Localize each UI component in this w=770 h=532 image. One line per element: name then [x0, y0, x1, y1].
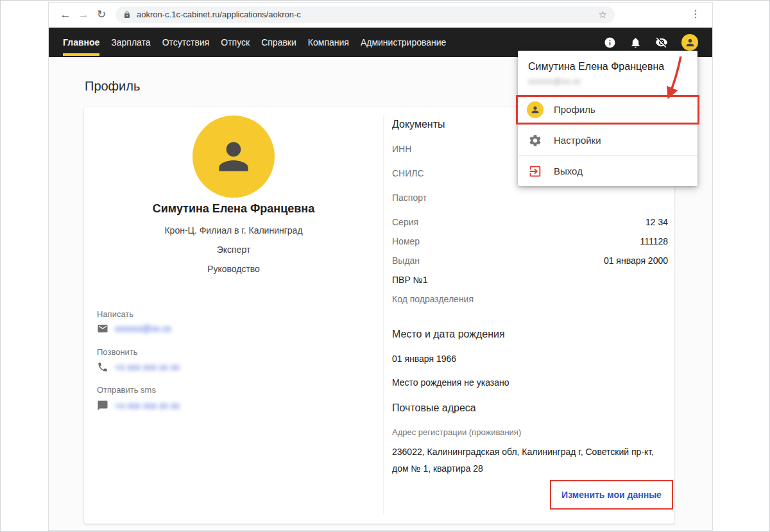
write-label: Написать	[97, 309, 133, 319]
addresses-title: Почтовые адреса	[392, 402, 668, 414]
registration-address-label: Адрес регистрации (проживания)	[392, 427, 668, 437]
sms-link[interactable]: +x xxx xxx xx xx	[115, 400, 180, 411]
employee-name: Симутина Елена Францевна	[84, 202, 383, 216]
sms-label: Отправить sms	[97, 385, 156, 395]
lock-icon	[123, 11, 131, 19]
division-code-label: Код подразделения	[392, 294, 668, 304]
nav-item-otsutstviya[interactable]: Отсутствия	[162, 28, 210, 57]
browser-toolbar: ← → ↻ aokron-c.1c-cabinet.ru/application…	[49, 3, 712, 26]
email-contact-row: xxxxxx@xx.xx	[97, 323, 171, 334]
menu-item-settings[interactable]: Настройки	[518, 124, 697, 155]
screenshot-root: ← → ↻ aokron-c.1c-cabinet.ru/application…	[0, 0, 770, 532]
email-link[interactable]: xxxxxx@xx.xx	[115, 323, 171, 334]
user-menu: Симутина Елена Францевна xxxxxx@xx.xx Пр…	[518, 51, 697, 186]
birth-place: Место рождения не указано	[392, 377, 668, 388]
passport-issued-row: Выдан 01 января 2000	[392, 255, 668, 266]
nav-item-spravki[interactable]: Справки	[261, 28, 296, 57]
call-label: Позвонить	[97, 347, 138, 357]
person-icon	[685, 37, 696, 48]
user-avatar-button[interactable]	[681, 34, 698, 51]
passport-label: Паспорт	[392, 193, 668, 203]
user-menu-name: Симутина Елена Францевна	[528, 61, 687, 73]
nav-item-kompaniya[interactable]: Компания	[308, 28, 349, 57]
series-label: Серия	[392, 217, 418, 227]
menu-item-profile-label: Профиль	[554, 104, 595, 115]
nav-item-otpusk[interactable]: Отпуск	[221, 28, 250, 57]
issued-value: 01 января 2000	[604, 255, 668, 266]
gear-icon	[527, 133, 543, 148]
bookmark-star-icon[interactable]: ☆	[599, 9, 607, 21]
phone-link[interactable]: +x xxx xxx xx xx	[115, 362, 180, 372]
registration-address-value: 236022, Калининградская обл, Калининград…	[392, 443, 668, 477]
profile-icon	[527, 101, 543, 118]
edit-data-annotation-box: Изменить мои данные	[550, 480, 673, 510]
nav-item-zarplata[interactable]: Зарплата	[111, 28, 150, 57]
bell-icon[interactable]	[629, 37, 642, 49]
number-value: 111128	[640, 236, 668, 246]
person-icon	[212, 135, 255, 178]
profile-avatar	[193, 116, 275, 198]
back-button[interactable]: ←	[56, 8, 74, 21]
menu-item-logout-label: Выход	[554, 166, 583, 176]
page-title: Профиль	[85, 79, 140, 94]
menu-item-settings-label: Настройки	[554, 135, 601, 146]
menu-item-profile[interactable]: Профиль	[518, 94, 697, 124]
phone-contact-row: +x xxx xxx xx xx	[97, 361, 180, 373]
visibility-off-icon[interactable]	[655, 36, 668, 49]
birth-date: 01 января 1966	[392, 354, 668, 364]
passport-number-row: Номер 111128	[392, 236, 668, 246]
employee-department: Руководство	[84, 264, 383, 274]
issued-label: Выдан	[392, 255, 420, 266]
sms-contact-row: +x xxx xxx xx xx	[97, 400, 180, 411]
address-bar[interactable]: aokron-c.1c-cabinet.ru/applications/aokr…	[116, 6, 615, 23]
url-text: aokron-c.1c-cabinet.ru/applications/aokr…	[137, 10, 301, 19]
column-divider	[383, 116, 384, 515]
employee-position: Эксперт	[84, 245, 383, 255]
email-icon	[97, 323, 108, 334]
number-label: Номер	[392, 236, 420, 246]
employee-organization: Крон-Ц. Филиал в г. Калининград	[84, 225, 383, 236]
nav-item-administrirovanie[interactable]: Администрирование	[361, 28, 447, 57]
series-value: 12 34	[646, 217, 668, 227]
birth-title: Место и дата рождения	[392, 329, 668, 340]
sms-icon	[97, 400, 108, 411]
browser-menu-icon[interactable]: ⋮	[690, 8, 701, 20]
info-icon[interactable]	[604, 37, 616, 49]
passport-issuer: ПВР №1	[392, 275, 668, 285]
nav-items: Главное Зарплата Отсутствия Отпуск Справ…	[63, 28, 446, 57]
passport-series-row: Серия 12 34	[392, 217, 668, 227]
edit-my-data-link[interactable]: Изменить мои данные	[561, 490, 662, 500]
forward-button[interactable]: →	[74, 8, 92, 21]
exit-icon	[527, 164, 543, 178]
user-menu-header: Симутина Елена Францевна xxxxxx@xx.xx	[518, 51, 697, 94]
menu-item-logout[interactable]: Выход	[518, 155, 697, 186]
phone-icon	[97, 361, 108, 373]
user-menu-email: xxxxxx@xx.xx	[528, 76, 581, 86]
reload-button[interactable]: ↻	[92, 8, 110, 21]
browser-window: ← → ↻ aokron-c.1c-cabinet.ru/application…	[49, 3, 712, 530]
nav-item-glavnoe[interactable]: Главное	[63, 28, 99, 57]
